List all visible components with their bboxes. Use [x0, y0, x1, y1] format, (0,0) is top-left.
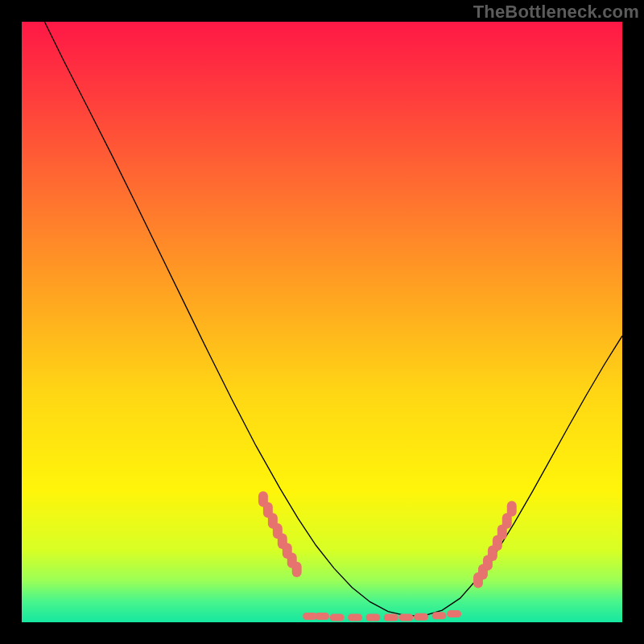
floor-dash-right-marker — [414, 613, 428, 621]
floor-dash-left-marker — [348, 614, 362, 621]
floor-dash-right-marker — [432, 612, 447, 619]
watermark-text: TheBottleneck.com — [473, 2, 639, 23]
bottleneck-curve-chart — [22, 22, 622, 622]
left-branch-markers-marker — [292, 562, 302, 577]
floor-dash-left-marker — [365, 614, 380, 621]
gradient-background — [22, 22, 622, 622]
floor-dash-right-marker — [398, 614, 413, 621]
floor-dash-right-marker — [447, 610, 461, 617]
right-branch-markers-marker — [507, 501, 517, 516]
chart-frame — [22, 22, 622, 622]
floor-dash-left-marker — [315, 613, 329, 620]
floor-dash-left-marker — [330, 614, 345, 621]
floor-dash-right-marker — [384, 614, 398, 621]
